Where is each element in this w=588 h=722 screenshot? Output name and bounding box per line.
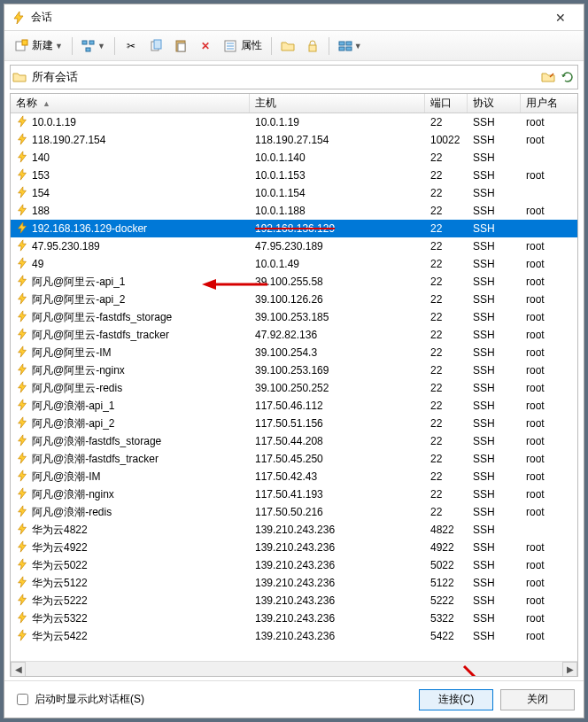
col-header-name[interactable]: 名称▲ <box>11 94 250 113</box>
session-icon <box>16 434 28 449</box>
cell-name: 阿凡@浪潮-redis <box>11 505 250 520</box>
svg-marker-0 <box>14 12 23 24</box>
chevron-down-icon: ▼ <box>354 42 362 50</box>
table-row[interactable]: 14010.0.1.14022SSH <box>11 149 577 167</box>
col-header-user[interactable]: 用户名 <box>521 94 574 113</box>
session-icon <box>16 257 28 272</box>
table-row[interactable]: 10.0.1.1910.0.1.1922SSHroot <box>11 113 577 131</box>
table-row[interactable]: 华为云5122139.210.243.2365122SSHroot <box>11 574 577 592</box>
cell-name: 华为云4822 <box>11 523 250 538</box>
table-row[interactable]: 阿凡@浪潮-IM117.50.42.4322SSHroot <box>11 468 577 485</box>
cell-name: 阿凡@浪潮-api_1 <box>11 399 250 414</box>
lock-button[interactable] <box>301 35 324 57</box>
session-icon <box>16 221 28 237</box>
table-row[interactable]: 47.95.230.18947.95.230.18922SSHroot <box>11 237 577 255</box>
table-row[interactable]: 118.190.27.154118.190.27.15410022SSHroot <box>11 131 577 149</box>
cell-proto: SSH <box>468 577 521 589</box>
cell-proto: SSH <box>468 506 521 518</box>
table-row[interactable]: 阿凡@阿里云-redis39.100.250.25222SSHroot <box>11 379 577 397</box>
properties-label: 属性 <box>241 38 262 53</box>
table-row[interactable]: 华为云5422139.210.243.2365422SSHroot <box>11 627 577 645</box>
properties-button[interactable]: 属性 <box>219 35 267 57</box>
svg-marker-47 <box>19 594 27 604</box>
col-header-host[interactable]: 主机 <box>250 94 425 113</box>
horizontal-scrollbar[interactable]: ◀ ▶ <box>11 661 577 676</box>
cell-port: 22 <box>425 205 468 217</box>
table-row[interactable]: 阿凡@浪潮-redis117.50.50.21622SSHroot <box>11 503 577 521</box>
cell-user: root <box>521 559 574 571</box>
table-row[interactable]: 阿凡@浪潮-api_1117.50.46.11222SSHroot <box>11 397 577 415</box>
cell-name: 华为云5322 <box>11 611 250 626</box>
scroll-right-arrow[interactable]: ▶ <box>562 662 577 677</box>
cell-host: 139.210.243.236 <box>250 612 425 625</box>
svg-marker-28 <box>19 257 27 268</box>
copy-button[interactable] <box>144 35 167 57</box>
svg-marker-24 <box>19 186 27 197</box>
table-row[interactable]: 15310.0.1.15322SSHroot <box>11 167 577 184</box>
table-row[interactable]: 阿凡@阿里云-nginx39.100.253.16922SSHroot <box>11 361 577 379</box>
cell-host: 139.210.243.236 <box>250 559 425 571</box>
table-row[interactable]: 华为云5222139.210.243.2365222SSHroot <box>11 592 577 609</box>
table-row[interactable]: 华为云5022139.210.243.2365022SSHroot <box>11 556 577 574</box>
table-row[interactable]: 4910.0.1.4922SSHroot <box>11 255 577 273</box>
titlebar[interactable]: 会话 ✕ <box>4 4 584 31</box>
cell-user: root <box>521 329 574 341</box>
cut-button[interactable]: ✂ <box>120 35 143 57</box>
paste-button[interactable] <box>169 35 192 57</box>
close-button[interactable]: 关闭 <box>500 689 575 710</box>
table-row[interactable]: 18810.0.1.18822SSHroot <box>11 202 577 220</box>
cell-proto: SSH <box>468 400 521 412</box>
session-icon <box>16 470 28 485</box>
svg-marker-20 <box>19 115 27 126</box>
delete-button[interactable]: ✕ <box>194 35 217 57</box>
table-row[interactable]: 华为云4822139.210.243.2364822SSH <box>11 521 577 539</box>
table-row[interactable]: 阿凡@浪潮-fastdfs_storage117.50.44.20822SSHr… <box>11 432 577 450</box>
table-row[interactable]: 阿凡@阿里云-fastdfs_tracker47.92.82.13622SSHr… <box>11 326 577 344</box>
close-icon[interactable]: ✕ <box>543 11 578 25</box>
new-button[interactable]: 新建 ▼ <box>10 35 67 57</box>
table-row[interactable]: 华为云5322139.210.243.2365322SSHroot <box>11 609 577 627</box>
checkbox-input[interactable] <box>17 694 28 705</box>
cell-host: 10.0.1.188 <box>250 205 425 217</box>
chevron-down-icon: ▼ <box>97 42 105 50</box>
view-button[interactable]: ▼ <box>334 35 367 57</box>
table-row[interactable]: 15410.0.1.15422SSH <box>11 184 577 202</box>
table-row[interactable]: 阿凡@阿里云-api_139.100.255.5822SSHroot <box>11 273 577 291</box>
cell-port: 22 <box>425 222 468 235</box>
refresh-icon[interactable] <box>558 67 577 87</box>
sort-asc-icon: ▲ <box>43 99 50 108</box>
col-header-port[interactable]: 端口 <box>425 94 468 113</box>
table-row[interactable]: 阿凡@阿里云-fastdfs_storage39.100.253.18522SS… <box>11 308 577 326</box>
cell-host: 117.50.45.250 <box>250 453 425 465</box>
path-bar[interactable]: 所有会话 <box>10 65 578 89</box>
cell-name: 192.168.136.129-docker <box>11 221 250 237</box>
cell-name: 118.190.27.154 <box>11 133 250 148</box>
browse-icon[interactable] <box>538 67 558 87</box>
table-row[interactable]: 阿凡@浪潮-nginx117.50.41.19322SSHroot <box>11 485 577 503</box>
sessions-dialog: 会话 ✕ 新建 ▼ ▼ ✂ ✕ 属性 ▼ 所有会话 <box>4 4 584 718</box>
cell-name: 阿凡@浪潮-nginx <box>11 487 250 502</box>
properties-icon <box>223 39 237 53</box>
scroll-left-arrow[interactable]: ◀ <box>11 662 26 677</box>
cell-proto: SSH <box>468 151 521 164</box>
cell-proto: SSH <box>468 329 521 341</box>
show-on-startup-checkbox[interactable]: 启动时显示此对话框(S) <box>13 691 412 708</box>
table-row[interactable]: 192.168.136.129-docker192.168.136.12922S… <box>11 220 577 237</box>
svg-marker-49 <box>19 629 27 640</box>
folder-button[interactable] <box>276 35 299 57</box>
connect-button[interactable]: 连接(C) <box>419 689 493 710</box>
svg-marker-22 <box>19 151 27 161</box>
cell-host: 39.100.253.185 <box>250 311 425 323</box>
tree-button[interactable]: ▼ <box>77 35 110 57</box>
cell-host: 139.210.243.236 <box>250 541 425 554</box>
col-header-proto[interactable]: 协议 <box>468 94 521 113</box>
table-row[interactable]: 阿凡@阿里云-IM39.100.254.322SSHroot <box>11 344 577 361</box>
lock-icon <box>306 39 320 53</box>
cell-name: 阿凡@阿里云-api_1 <box>11 275 250 290</box>
table-row[interactable]: 阿凡@浪潮-api_2117.50.51.15622SSHroot <box>11 415 577 432</box>
table-row[interactable]: 阿凡@阿里云-api_239.100.126.2622SSHroot <box>11 291 577 308</box>
cell-host: 39.100.250.252 <box>250 382 425 394</box>
table-row[interactable]: 阿凡@浪潮-fastdfs_tracker117.50.45.25022SSHr… <box>11 450 577 468</box>
table-row[interactable]: 华为云4922139.210.243.2364922SSHroot <box>11 539 577 556</box>
cell-port: 22 <box>425 258 468 270</box>
